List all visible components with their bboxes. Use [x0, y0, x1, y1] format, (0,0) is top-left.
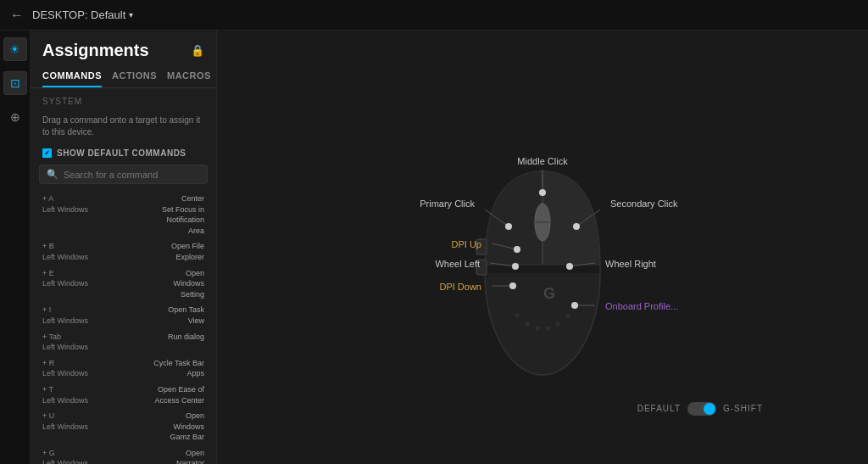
back-button[interactable]: ←: [10, 8, 24, 23]
svg-text:Wheel Right: Wheel Right: [605, 259, 656, 269]
search-input[interactable]: [64, 170, 200, 180]
svg-point-29: [566, 263, 573, 270]
sidebar-header: Assignments 🔒: [31, 31, 216, 67]
list-item[interactable]: + BLeft Windows Open FileExplorer: [34, 238, 213, 265]
search-box[interactable]: 🔍: [39, 165, 208, 184]
list-item[interactable]: + ULeft Windows OpenWindowsGamz Bar: [34, 408, 213, 445]
chevron-down-icon[interactable]: ▾: [129, 10, 133, 20]
svg-point-10: [546, 326, 550, 330]
list-item[interactable]: + TLeft Windows Open Ease ofAccess Cente…: [34, 382, 213, 408]
list-item[interactable]: + ALeft Windows CenterSet Focus inNotifi…: [34, 191, 213, 238]
svg-point-26: [512, 263, 519, 270]
svg-text:G: G: [543, 285, 555, 302]
tab-macros[interactable]: MACROS: [167, 67, 211, 87]
svg-point-9: [536, 326, 540, 330]
topbar-title: DESKTOP: Default ▾: [32, 8, 133, 21]
lock-icon: 🔒: [191, 44, 204, 57]
checkbox-icon: ✓: [42, 148, 52, 158]
list-item[interactable]: + ELeft Windows OpenWindowsSetting: [34, 266, 213, 303]
drag-hint: Drag a command onto a target to assign i…: [31, 111, 216, 145]
svg-text:Primary Click: Primary Click: [420, 198, 475, 209]
svg-point-35: [571, 302, 578, 309]
system-label: SYSTEM: [31, 93, 216, 111]
default-label: DEFAULT: [637, 404, 681, 413]
svg-point-12: [566, 313, 570, 317]
icon-bar: ☀ ⊡ ⊕: [0, 31, 31, 464]
list-item[interactable]: + TabLeft Windows Run dialog: [34, 329, 213, 355]
gshift-label: G-SHIFT: [723, 404, 763, 413]
page-title: Assignments: [42, 41, 149, 60]
tabs-bar: COMMANDS ACTIONS MACROS: [31, 67, 216, 88]
sidebar-item-settings[interactable]: ⊕: [3, 105, 27, 129]
list-item[interactable]: + RLeft Windows Cycle Task BarApps: [34, 355, 213, 382]
svg-point-14: [539, 189, 546, 196]
svg-point-17: [505, 223, 512, 230]
list-item[interactable]: + ILeft Windows Open TaskView: [34, 302, 213, 328]
svg-text:Onboard Profile...: Onboard Profile...: [605, 301, 678, 311]
tab-commands[interactable]: COMMANDS: [42, 67, 102, 87]
bottom-bar: DEFAULT G-SHIFT: [637, 402, 763, 416]
sidebar-item-lighting[interactable]: ☀: [3, 37, 27, 61]
search-icon: 🔍: [47, 169, 58, 180]
svg-point-23: [514, 246, 520, 253]
commands-list[interactable]: + ALeft Windows CenterSet Focus inNotifi…: [31, 191, 216, 464]
tab-actions[interactable]: ACTIONS: [112, 67, 157, 87]
topbar: ← DESKTOP: Default ▾: [0, 0, 868, 31]
mouse-diagram: G Middle Click Primary Click: [288, 70, 797, 426]
svg-text:Wheel Left: Wheel Left: [435, 259, 480, 269]
toggle-knob: [704, 403, 715, 415]
toggle-track[interactable]: [687, 402, 716, 416]
svg-point-7: [515, 313, 520, 317]
main-layout: ☀ ⊡ ⊕ Assignments 🔒 COMMANDS ACTIONS MAC…: [0, 31, 868, 464]
svg-text:DPI Up: DPI Up: [452, 239, 481, 249]
sidebar-item-assignments[interactable]: ⊡: [3, 71, 27, 95]
sidebar: Assignments 🔒 COMMANDS ACTIONS MACROS SY…: [31, 31, 217, 464]
list-item[interactable]: + GLeft Windows+ Ctrl + Enter OpenNarrat…: [34, 445, 213, 464]
mouse-svg: G Middle Click Primary Click: [288, 70, 797, 426]
svg-text:Secondary Click: Secondary Click: [610, 198, 678, 209]
svg-point-20: [573, 223, 580, 230]
show-defaults[interactable]: ✓ SHOW DEFAULT COMMANDS: [31, 145, 216, 165]
svg-point-32: [509, 282, 516, 289]
main-content: G Middle Click Primary Click: [217, 31, 868, 464]
svg-point-11: [556, 321, 560, 326]
svg-text:DPI Down: DPI Down: [439, 282, 481, 292]
svg-point-8: [526, 321, 530, 326]
toggle-switch[interactable]: [687, 402, 716, 416]
svg-text:Middle Click: Middle Click: [517, 156, 568, 166]
